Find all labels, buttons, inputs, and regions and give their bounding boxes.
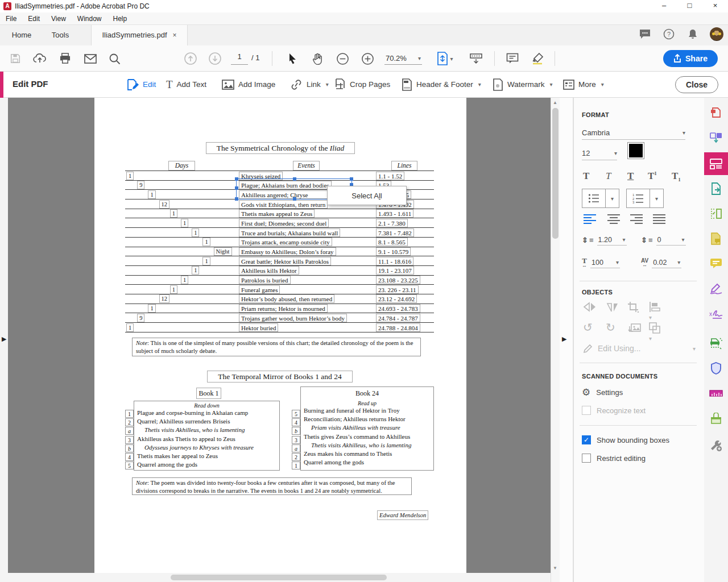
select-tool-icon[interactable] (284, 50, 301, 67)
row-marker[interactable]: b (125, 444, 134, 452)
combine-files-icon[interactable] (704, 127, 728, 148)
print-icon[interactable] (56, 50, 73, 67)
close-edit-button[interactable]: Close (675, 76, 718, 93)
books-note[interactable]: Note: The poem was divided into twenty-f… (132, 477, 412, 495)
day-cell[interactable]: 1 (126, 172, 134, 180)
selection-handle[interactable] (293, 197, 296, 201)
align-center-icon[interactable] (607, 214, 621, 224)
chronology-note[interactable]: Note: This is one of the simplest of man… (132, 338, 421, 356)
numbered-list-button[interactable]: 123 ▾ (626, 189, 664, 208)
row-text[interactable]: Quarrel among the gods (301, 458, 364, 467)
scroll-up-icon[interactable]: ▲ (553, 100, 557, 105)
edit-pdf-tool-icon[interactable] (704, 152, 728, 175)
bold-icon[interactable]: T (583, 171, 589, 182)
event-cell[interactable]: First duel; Diomedes; second duel (239, 219, 329, 227)
column-header-events[interactable]: Events (293, 161, 320, 171)
italic-icon[interactable]: T (606, 171, 611, 182)
horizontal-scrollbar[interactable] (0, 573, 551, 582)
event-cell[interactable]: Trojans gather wood, burn Hektor’s body (239, 314, 347, 322)
tab-close-icon[interactable]: × (173, 31, 177, 39)
row-marker[interactable]: a (292, 444, 300, 452)
edit-mode-button[interactable]: Edit (126, 72, 156, 97)
row-marker[interactable]: b (292, 427, 300, 435)
row-text[interactable]: Burning and funeral of Hektor in Troy (301, 406, 400, 415)
add-text-button[interactable]: T Add Text (166, 72, 206, 97)
flip-vertical-icon[interactable] (583, 301, 597, 313)
align-justify-icon[interactable] (652, 214, 666, 224)
lines-cell[interactable]: 24.693 - 24.783 (376, 304, 420, 313)
add-image-button[interactable]: Add Image (222, 72, 275, 97)
send-document-icon[interactable] (704, 178, 728, 199)
lines-cell[interactable]: 7.381 - 7.482 (376, 228, 414, 237)
book1-subtitle[interactable]: Read down (134, 402, 279, 409)
tab-document[interactable]: IliadSymmetries.pdf× (91, 25, 188, 45)
recognize-text-checkbox[interactable]: Recognize text (582, 406, 646, 415)
column-header-lines[interactable]: Lines (391, 161, 417, 171)
row-marker[interactable]: 1 (292, 462, 300, 469)
row-marker[interactable]: 3 (125, 436, 134, 444)
menu-help[interactable]: Help (107, 15, 133, 23)
save-icon[interactable] (7, 50, 24, 67)
day-cell[interactable]: 1 (181, 219, 188, 227)
more-button[interactable]: More▾ (563, 72, 604, 97)
day-cell[interactable]: 1 (202, 257, 210, 265)
lines-cell[interactable]: 11.1 - 18.616 (376, 257, 413, 265)
font-color-swatch[interactable] (627, 142, 644, 159)
column-header-days[interactable]: Days (168, 161, 195, 171)
event-cell[interactable]: Funeral games (239, 285, 280, 294)
selection-handle[interactable] (293, 177, 296, 181)
share-cloud-icon[interactable] (31, 50, 48, 67)
left-panel-expander-icon[interactable]: ▶ (2, 335, 6, 343)
mirror-title[interactable]: The Temporal Mirror of Books 1 and 24 (207, 371, 353, 383)
align-right-icon[interactable] (630, 214, 643, 224)
event-cell[interactable]: Hektor buried (239, 323, 278, 332)
vertical-scroll-thumb[interactable] (552, 108, 559, 239)
day-cell[interactable]: 9 (137, 181, 144, 189)
lines-cell[interactable]: 23. 226 - 23.11 (376, 285, 419, 294)
fill-sign-icon[interactable] (704, 278, 728, 299)
book24-label[interactable]: Book 24 (301, 389, 433, 398)
measure-icon[interactable] (704, 383, 728, 404)
row-text[interactable]: Plague and corpse-burning in Akhaian cam… (134, 409, 248, 417)
day-cell[interactable]: 1 (170, 209, 177, 218)
lines-cell[interactable]: 23.108 - 23.225 (376, 276, 420, 284)
rotate-left-icon[interactable]: ↺ (583, 321, 593, 334)
stamp-icon[interactable] (704, 408, 728, 429)
flip-horizontal-icon[interactable] (606, 301, 619, 313)
align-left-icon[interactable] (583, 214, 597, 224)
more-tools-icon[interactable] (704, 435, 728, 456)
previous-page-icon[interactable] (182, 50, 199, 67)
day-cell[interactable]: 1 (181, 276, 188, 284)
menu-view[interactable]: View (46, 15, 72, 23)
menu-edit[interactable]: Edit (22, 15, 46, 23)
organize-pages-icon[interactable] (704, 203, 728, 224)
restrict-editing-checkbox[interactable]: Restrict editing (582, 454, 646, 463)
row-text[interactable]: Priam visits Akhilleus with treasure (301, 423, 400, 432)
request-signatures-icon[interactable]: x (704, 304, 728, 324)
row-text[interactable]: Thetis gives Zeus’s command to Akhilleus (301, 433, 410, 441)
row-text[interactable]: Thetis visits Akhilleus, who is lamentin… (134, 426, 245, 434)
next-page-icon[interactable] (206, 50, 224, 67)
comment-file-icon[interactable] (704, 228, 728, 249)
underline-icon[interactable]: T (627, 171, 634, 182)
zoom-out-icon[interactable] (334, 50, 351, 67)
superscript-icon[interactable]: T1 (648, 171, 657, 182)
event-cell[interactable]: Priam returns; Hektor is mourned (239, 304, 328, 313)
event-cell[interactable]: Trojans attack, encamp outside city (239, 238, 332, 246)
rotate-right-icon[interactable]: ↻ (606, 321, 615, 334)
row-marker[interactable]: 1 (125, 410, 134, 418)
row-text[interactable]: Odysseus journeys to Khryses with treasu… (134, 443, 254, 452)
day-cell[interactable]: 9 (137, 314, 144, 322)
scan-settings-button[interactable]: ⚙ Settings (582, 386, 623, 398)
comment-icon[interactable] (504, 50, 521, 67)
chronology-title[interactable]: The Symmetrical Chronology of the Iliad (206, 142, 355, 154)
crop-object-icon[interactable] (627, 301, 640, 313)
lines-cell[interactable]: 24.788 - 24.804 (376, 323, 420, 332)
day-cell[interactable]: 1 (148, 190, 155, 199)
row-text[interactable]: Reconciliation; Akhilleus returns Hektor (301, 415, 406, 423)
row-marker[interactable]: a (125, 427, 134, 435)
page-number-input[interactable]: 1 (231, 52, 248, 65)
day-cell[interactable]: 1 (170, 285, 177, 294)
row-marker[interactable]: 5 (125, 462, 134, 469)
fit-page-icon[interactable]: ▾ (433, 50, 456, 67)
